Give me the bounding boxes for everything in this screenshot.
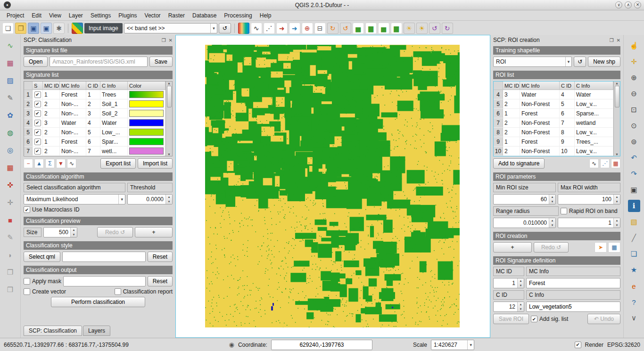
- evis-icon[interactable]: e: [628, 280, 640, 292]
- projector-screen-icon[interactable]: ⊟: [314, 23, 326, 34]
- map-view[interactable]: [175, 35, 490, 338]
- zoom-to-layer-icon[interactable]: ⊚: [628, 136, 640, 148]
- rainbow-gradient-icon[interactable]: [238, 23, 249, 34]
- use-macroclass-checkbox[interactable]: ✔: [24, 206, 30, 213]
- pan-to-selection-icon[interactable]: ✛: [628, 56, 640, 68]
- zoom-full-icon[interactable]: ⊡: [628, 104, 640, 116]
- orange-refresh-icon-2[interactable]: ↺: [340, 23, 351, 34]
- render-checkbox[interactable]: ✔: [575, 342, 581, 348]
- copy-features-icon[interactable]: ❐: [4, 266, 17, 278]
- signature-enabled-checkbox[interactable]: ✔: [34, 91, 41, 98]
- column-header[interactable]: MC Info: [60, 82, 86, 90]
- signature-enabled-checkbox[interactable]: ✔: [34, 120, 41, 126]
- min-roi-size-spinner[interactable]: 60 ▴▾: [493, 194, 556, 204]
- refresh-shapefile-button[interactable]: ↺: [574, 57, 586, 67]
- bezier-curve-icon[interactable]: ∿: [4, 40, 17, 52]
- scrollbar-thumb[interactable]: [615, 86, 619, 107]
- signature-row[interactable]: 4 ✔ 3 Water 4 Water: [24, 118, 165, 128]
- column-header[interactable]: C Info: [100, 82, 128, 90]
- add-signature-icon[interactable]: ▼: [56, 159, 66, 168]
- zoom-actual-icon[interactable]: ▣: [628, 184, 640, 196]
- class-color-swatch[interactable]: [129, 119, 164, 126]
- band-set-checker-icon[interactable]: [72, 23, 83, 34]
- measure-icon[interactable]: ╱: [628, 232, 640, 244]
- add-sig-list-checkbox[interactable]: ✔: [531, 316, 537, 322]
- column-header[interactable]: C ID: [560, 82, 575, 90]
- remove-signature-icon[interactable]: −: [24, 159, 33, 168]
- purple-refresh-icon-1[interactable]: ↺: [429, 23, 440, 34]
- column-header[interactable]: C Info: [575, 82, 613, 90]
- class-color-swatch[interactable]: [129, 100, 164, 107]
- scrollbar-thumb[interactable]: [167, 86, 172, 107]
- table-scrollbar[interactable]: ▲ ▼: [613, 82, 620, 156]
- wireframe-grid-icon[interactable]: ▨: [4, 74, 17, 87]
- threshold-spinner[interactable]: 0.0000 ▴▾: [127, 194, 173, 204]
- classification-report-checkbox[interactable]: [115, 288, 121, 295]
- delete-roi-icon[interactable]: ▦: [611, 159, 620, 168]
- eraser-icon[interactable]: ◗: [4, 249, 17, 261]
- open-signature-file-button[interactable]: Open: [24, 57, 48, 67]
- merge-signature-icon[interactable]: ▲: [34, 159, 44, 168]
- pan-hand-icon[interactable]: ☝: [628, 40, 640, 52]
- green-chart-icon-3[interactable]: ▅: [378, 23, 389, 34]
- rapid-roi-band-spinner[interactable]: 1 ▴▾: [558, 218, 620, 228]
- create-vector-checkbox[interactable]: [24, 288, 30, 295]
- red-magnifier-icon[interactable]: ⊕: [302, 23, 313, 34]
- new-project-icon[interactable]: ❏: [2, 23, 14, 34]
- column-header[interactable]: Color: [128, 82, 165, 90]
- scroll-up-icon[interactable]: ▲: [167, 82, 171, 85]
- algorithm-combo[interactable]: Maximum Likelihood ▾: [24, 194, 125, 204]
- signature-row[interactable]: 6 ✔ 1 Forest 6 Spar...: [24, 137, 165, 147]
- export-list-button[interactable]: Export list: [100, 158, 136, 169]
- signature-row[interactable]: 5 ✔ 2 Non-... 5 Low_...: [24, 128, 165, 137]
- menu-item[interactable]: Vector: [141, 11, 165, 20]
- scatter-plot-icon[interactable]: ⋰: [264, 23, 275, 34]
- signature-enabled-checkbox[interactable]: ✔: [34, 101, 41, 107]
- table-scrollbar[interactable]: ▲ ▼: [165, 82, 172, 156]
- signature-row[interactable]: 2 ✔ 2 Non-... 2 Soil_1: [24, 99, 165, 109]
- save-project-icon[interactable]: ▣: [28, 23, 39, 34]
- new-shp-button[interactable]: New shp: [588, 57, 620, 67]
- globe-icon[interactable]: ◍: [4, 127, 17, 139]
- green-chart-icon-4[interactable]: ▆: [391, 23, 402, 34]
- orange-refresh-icon-1[interactable]: ↻: [327, 23, 339, 34]
- zoom-out-icon[interactable]: ⊖: [628, 88, 640, 100]
- map-tips-icon[interactable]: ❏: [628, 248, 640, 260]
- class-color-swatch[interactable]: [129, 91, 164, 98]
- scroll-up-icon[interactable]: ▲: [615, 82, 619, 85]
- scale-combo[interactable]: 1:420627 ▾: [431, 340, 474, 350]
- green-chart-icon-1[interactable]: ▅: [353, 23, 364, 34]
- mask-path-input[interactable]: [63, 276, 146, 286]
- apply-mask-checkbox[interactable]: [24, 278, 30, 285]
- class-color-swatch[interactable]: [129, 129, 164, 136]
- column-header[interactable]: C ID: [86, 82, 100, 90]
- pushpin-icon[interactable]: ✜: [4, 179, 17, 191]
- close-button[interactable]: ✕: [634, 1, 641, 8]
- scroll-down-icon[interactable]: ▼: [615, 153, 619, 156]
- minimize-button[interactable]: ∨: [615, 1, 622, 8]
- mask-reset-button[interactable]: Reset: [148, 276, 173, 286]
- roi-pointer-icon[interactable]: ➤: [594, 242, 607, 253]
- red-square-icon[interactable]: ■: [4, 214, 17, 226]
- blue-arrow-box-icon[interactable]: ➜: [289, 23, 300, 34]
- menu-item[interactable]: Database: [189, 11, 220, 20]
- roi-row[interactable]: 6 1 Forest 6 Sparse...: [494, 109, 613, 118]
- classification-raster[interactable]: [205, 45, 460, 327]
- mc-id-spinner[interactable]: 1 ▴▾: [493, 278, 524, 288]
- menu-item[interactable]: Layer: [65, 11, 87, 20]
- open-project-icon[interactable]: ❒: [15, 23, 26, 34]
- sine-plot-icon[interactable]: ∿: [251, 23, 262, 34]
- refresh-band-set-button[interactable]: ↺: [219, 23, 231, 33]
- import-list-button[interactable]: Import list: [138, 158, 173, 169]
- menu-item[interactable]: Settings: [87, 11, 115, 20]
- tab-layers[interactable]: Layers: [83, 326, 110, 336]
- menu-item[interactable]: Help: [256, 11, 275, 20]
- band-set-combo[interactable]: << band set >> ▾: [124, 23, 217, 33]
- swirl-icon[interactable]: ✿: [4, 109, 17, 122]
- menu-item[interactable]: Plugins: [115, 11, 140, 20]
- paste-features-icon[interactable]: ❒: [4, 284, 17, 296]
- range-radius-spinner[interactable]: 0.010000 ▴▾: [493, 218, 556, 228]
- roi-row[interactable]: 7 2 Non-Forest 7 wetland: [494, 118, 613, 128]
- project-properties-icon[interactable]: ✱: [53, 23, 65, 34]
- column-header[interactable]: MC ID: [503, 82, 520, 90]
